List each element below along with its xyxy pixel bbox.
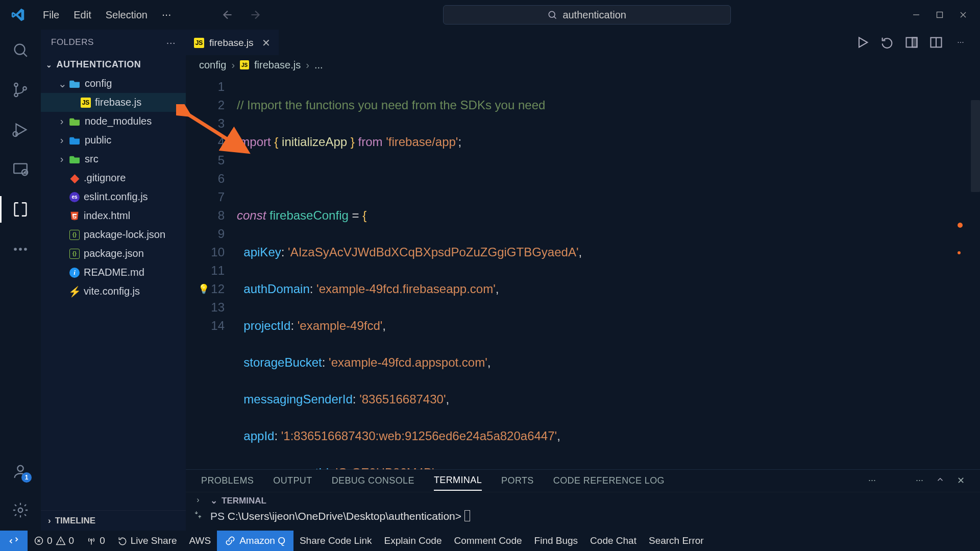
window-close-icon[interactable] bbox=[951, 6, 975, 23]
code-content[interactable]: // Import the functions you need from th… bbox=[237, 75, 980, 469]
status-aws[interactable]: AWS bbox=[183, 535, 217, 546]
status-remote-icon[interactable] bbox=[0, 531, 28, 551]
status-search-error[interactable]: Search Error bbox=[643, 535, 710, 546]
tree-file[interactable]: iREADME.md bbox=[41, 263, 186, 282]
status-code-chat[interactable]: Code Chat bbox=[584, 535, 643, 546]
window-minimize-icon[interactable] bbox=[904, 6, 928, 23]
activity-remote-explorer-icon[interactable] bbox=[10, 159, 31, 180]
chevron-right-icon: › bbox=[231, 59, 235, 71]
svg-point-3 bbox=[14, 83, 18, 87]
debug-rerun-icon[interactable] bbox=[880, 35, 894, 50]
svg-point-19 bbox=[90, 539, 92, 541]
chevron-right-icon: › bbox=[306, 59, 309, 71]
status-problems[interactable]: 0 0 bbox=[28, 535, 80, 546]
side-section-title: FOLDERS bbox=[51, 37, 94, 47]
minimap[interactable] bbox=[958, 223, 963, 254]
svg-rect-15 bbox=[912, 38, 917, 47]
panel-tab-code-reference-log[interactable]: CODE REFERENCE LOG bbox=[553, 471, 665, 490]
line-number: 13 bbox=[186, 298, 225, 317]
nav-back-icon[interactable] bbox=[221, 8, 234, 21]
panel-tab-terminal[interactable]: TERMINAL bbox=[434, 471, 482, 491]
activity-more-icon[interactable] bbox=[10, 239, 31, 259]
activity-accounts-icon[interactable]: 1 bbox=[10, 461, 31, 482]
terminal-split-icon[interactable] bbox=[193, 510, 203, 522]
status-amazon-q[interactable]: Amazon Q bbox=[217, 531, 293, 551]
side-more-icon[interactable]: ··· bbox=[166, 37, 176, 49]
breadcrumb-seg-1[interactable]: firebase.js bbox=[254, 59, 301, 71]
status-find-bugs[interactable]: Find Bugs bbox=[528, 535, 584, 546]
editor-scrollbar[interactable] bbox=[971, 100, 980, 192]
activity-settings-icon[interactable] bbox=[10, 500, 31, 520]
svg-point-12 bbox=[17, 466, 23, 471]
tree-file[interactable]: JSfirebase.js bbox=[41, 93, 186, 112]
svg-point-4 bbox=[14, 93, 18, 97]
menu-edit[interactable]: Edit bbox=[66, 6, 98, 24]
minimap-marker bbox=[958, 223, 963, 228]
activity-source-control-icon[interactable] bbox=[10, 80, 31, 100]
tree-folder[interactable]: ⌄config bbox=[41, 74, 186, 93]
code-area[interactable]: 💡 1234567891011121314 // Import the func… bbox=[186, 75, 980, 469]
panel-tab-ports[interactable]: PORTS bbox=[501, 471, 534, 490]
editor: JS firebase.js ✕ ··· config › JS firebas… bbox=[186, 30, 980, 531]
tree-file[interactable]: ◆.gitignore bbox=[41, 169, 186, 187]
window-maximize-icon[interactable] bbox=[928, 6, 951, 23]
timeline-section[interactable]: › TIMELINE bbox=[41, 510, 186, 531]
panel-tab-problems[interactable]: PROBLEMS bbox=[201, 471, 254, 490]
tree-folder[interactable]: ›public bbox=[41, 131, 186, 150]
search-text: authentication bbox=[562, 9, 626, 21]
chevron-right-icon[interactable]: › bbox=[197, 495, 199, 505]
close-tab-icon[interactable]: ✕ bbox=[262, 37, 271, 49]
svg-point-10 bbox=[19, 248, 22, 251]
tree-item-label: firebase.js bbox=[95, 97, 141, 108]
panel-more-icon[interactable]: ··· bbox=[868, 475, 876, 487]
file-tree: ⌄configJSfirebase.js›node_modules›public… bbox=[41, 74, 186, 510]
panel-tab-debug-console[interactable]: DEBUG CONSOLE bbox=[332, 471, 414, 490]
menu-selection[interactable]: Selection bbox=[99, 6, 155, 24]
activity-run-debug-icon[interactable] bbox=[10, 119, 31, 140]
radio-tower-icon bbox=[86, 536, 96, 546]
tree-file[interactable]: ⚡vite.config.js bbox=[41, 282, 186, 301]
tree-folder[interactable]: ›node_modules bbox=[41, 112, 186, 131]
tree-file[interactable]: index.html bbox=[41, 206, 186, 225]
panel-tab-output[interactable]: OUTPUT bbox=[273, 471, 312, 490]
tree-file[interactable]: eseslint.config.js bbox=[41, 187, 186, 206]
layout-icon[interactable] bbox=[929, 35, 943, 50]
status-comment-code[interactable]: Comment Code bbox=[448, 535, 528, 546]
tab-more-icon[interactable]: ··· bbox=[953, 35, 968, 50]
menu-more-icon[interactable]: ··· bbox=[155, 8, 178, 21]
terminal-group-label[interactable]: ⌄ TERMINAL bbox=[210, 495, 980, 506]
side-panel: FOLDERS ··· ⌄ AUTHENTICATION ⌄configJSfi… bbox=[41, 30, 186, 531]
chevron-down-icon: ⌄ bbox=[210, 495, 217, 506]
tree-file[interactable]: {}package.json bbox=[41, 244, 186, 263]
workspace-root[interactable]: ⌄ AUTHENTICATION bbox=[41, 55, 186, 74]
nav-forward-icon[interactable] bbox=[249, 8, 262, 21]
tree-item-label: index.html bbox=[84, 210, 130, 222]
terminal-line[interactable]: PS C:\Users\ijeon\OneDrive\Desktop\authe… bbox=[210, 506, 980, 522]
line-number: 3 bbox=[186, 114, 225, 133]
lightbulb-icon[interactable]: 💡 bbox=[198, 280, 209, 298]
svg-point-6 bbox=[13, 132, 18, 136]
menu-file[interactable]: File bbox=[36, 6, 66, 24]
run-icon[interactable] bbox=[855, 35, 870, 50]
split-right-icon[interactable] bbox=[904, 35, 919, 50]
editor-tab-firebase[interactable]: JS firebase.js ✕ bbox=[186, 30, 279, 55]
tree-file[interactable]: {}package-lock.json bbox=[41, 225, 186, 244]
activity-explorer-icon[interactable] bbox=[10, 199, 31, 220]
svg-point-5 bbox=[23, 87, 27, 90]
status-explain-code[interactable]: Explain Code bbox=[378, 535, 448, 546]
command-center-search[interactable]: authentication bbox=[443, 5, 731, 25]
status-ports[interactable]: 0 bbox=[80, 535, 111, 546]
breadcrumb-seg-2[interactable]: ... bbox=[314, 59, 323, 71]
liveshare-icon bbox=[117, 536, 128, 546]
breadcrumb[interactable]: config › JS firebase.js › ... bbox=[186, 55, 980, 75]
tree-folder[interactable]: ›src bbox=[41, 150, 186, 169]
panel-maximize-icon[interactable] bbox=[936, 475, 945, 487]
breadcrumb-seg-0[interactable]: config bbox=[199, 59, 226, 71]
status-share-code-link[interactable]: Share Code Link bbox=[293, 535, 378, 546]
error-icon bbox=[34, 536, 44, 546]
panel-more-icon[interactable]: ··· bbox=[916, 475, 923, 487]
status-liveshare[interactable]: Live Share bbox=[111, 535, 183, 546]
panel-close-icon[interactable]: ✕ bbox=[957, 475, 965, 487]
activity-search-icon[interactable] bbox=[10, 40, 31, 60]
accounts-badge: 1 bbox=[21, 472, 32, 483]
